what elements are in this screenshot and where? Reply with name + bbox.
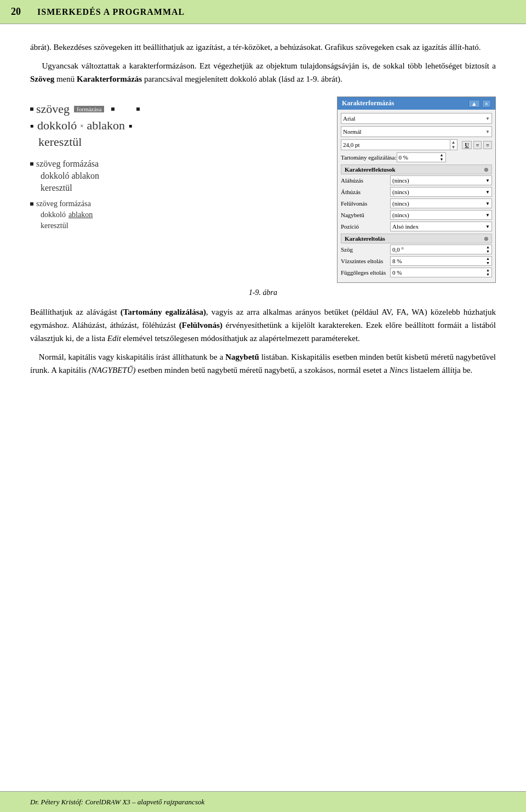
dialog-vizszintes-value: 8 % <box>392 258 402 264</box>
dialog-vizszintes-input[interactable]: 8 % ▲ ▼ <box>390 256 492 266</box>
demo-badge-formazasa: formázása <box>74 106 104 112</box>
dialog-fuggoleges-value: 0 % <box>392 269 402 276</box>
text-demo: szöveg formázása ■ dokkoló × ablakon ■ k… <box>30 96 326 238</box>
dialog-fuggoleges-row: Függőleges eltolás 0 % ▲ ▼ <box>341 268 492 277</box>
kerning-up[interactable]: ▲ <box>440 153 444 157</box>
dialog-kerning-input[interactable]: 0 % ▲ ▼ <box>397 152 446 162</box>
figure-caption: 1-9. ábra <box>30 288 496 297</box>
dialog-title: Karakterformázás <box>342 99 394 107</box>
vizszintes-down[interactable]: ▼ <box>486 261 490 265</box>
demo-row-2: ■ dokkoló × ablakon ■ <box>30 118 326 133</box>
figure-area: szöveg formázása ■ dokkoló × ablakon ■ k… <box>30 96 496 283</box>
demo-x-mark: × <box>80 122 83 129</box>
demo-row-1: szöveg formázása <box>30 102 326 116</box>
dialog-alahuzas-value: (nincs) <box>392 177 409 184</box>
footer-bar: Dr. Pétery Kristóf: CorelDRAW X3 – alapv… <box>0 791 526 812</box>
dialog-pozicio-row: Pozíció Alsó index ▼ <box>341 222 492 231</box>
dialog-titlebar-buttons[interactable]: ▲ × <box>468 100 491 107</box>
dialog-titlebar: Karakterformázás ▲ × <box>338 97 495 110</box>
dialog-szog-value: 0,0 ° <box>392 246 404 253</box>
demo-text-szoveg: szöveg <box>36 102 70 116</box>
body-p1: Beállíthatjuk az alávágást (Tartomány eg… <box>30 305 496 345</box>
dialog-pozicio-label: Pozíció <box>341 223 390 230</box>
dialog-eltolas-header: Karaktereltolás ⊗ <box>341 234 492 243</box>
header-bar: 20 ISMERKEDÉS A PROGRAMMAL <box>0 0 526 24</box>
dialog-font-value: Arial <box>343 115 356 122</box>
dialog-minimize-btn[interactable]: ▲ <box>468 100 480 107</box>
demo-s2-dokkolo: dokkoló ablakon <box>41 171 99 181</box>
page-number: 20 <box>11 6 21 18</box>
dialog-size-input[interactable]: 24,0 pt ▲ ▼ <box>341 139 458 150</box>
dialog-nagybetu-value: (nincs) <box>392 212 409 218</box>
demo-row-3: keresztül <box>30 135 326 149</box>
dialog-size-down[interactable]: ▼ <box>451 145 456 150</box>
dialog-style-row: Normál ▼ <box>341 126 492 137</box>
dialog-align-left-btn[interactable]: ≡ <box>473 141 482 149</box>
dialog-pozicio-value: Alsó index <box>392 223 419 230</box>
dialog-alahuzas-row: Aláhúzás (nincs) ▼ <box>341 175 492 185</box>
dialog-felulvonas-arrow: ▼ <box>485 201 490 206</box>
demo-s2-szoveg: szöveg formázása <box>36 159 99 169</box>
demo-row-s2-1: szöveg formázása <box>30 159 326 169</box>
italic-nincs: Nincs <box>390 366 408 374</box>
dialog-nagybetu-row: Nagybetű (nincs) ▼ <box>341 210 492 220</box>
italic-edit: Edit <box>107 334 121 343</box>
dialog-alahuzas-input[interactable]: (nincs) ▼ <box>390 175 492 185</box>
fuggoleges-up[interactable]: ▲ <box>486 268 490 272</box>
demo-bullet-small-2: ■ <box>129 123 132 129</box>
dialog-vizszintes-label: Vízszintes eltolás <box>341 258 390 264</box>
dialog-athuzas-arrow: ▼ <box>485 190 490 195</box>
dialog-szog-row: Szög 0,0 ° ▲ ▼ <box>341 245 492 254</box>
dialog-szog-input[interactable]: 0,0 ° ▲ ▼ <box>390 245 492 254</box>
dialog-size-spinners: ▲ ▼ <box>450 140 456 150</box>
dialog-font-arrow: ▼ <box>485 116 490 121</box>
demo-s3-szoveg: szöveg formázása <box>36 200 91 208</box>
demo-row-s3-1: szöveg formázása <box>30 200 326 208</box>
dialog-style-input[interactable]: Normál ▼ <box>341 126 492 137</box>
dialog-box: Karakterformázás ▲ × Arial ▼ Nor <box>337 96 496 283</box>
fuggoleges-down[interactable]: ▼ <box>486 272 490 277</box>
vizszintes-up[interactable]: ▲ <box>486 257 490 261</box>
dialog-style-value: Normál <box>343 128 362 135</box>
dialog-body: Arial ▼ Normál ▼ 24,0 pt <box>338 110 495 282</box>
dialog-close-btn[interactable]: × <box>482 100 491 107</box>
dialog-felulvonas-input[interactable]: (nincs) ▼ <box>390 198 492 208</box>
dialog-font-input[interactable]: Arial ▼ <box>341 113 492 124</box>
demo-text-ablakon: ablakon <box>87 118 125 133</box>
dialog-kerning-value: 0 % <box>399 154 408 161</box>
dialog-format-buttons: U ≡ ≡ <box>462 141 492 149</box>
italic-nagybetu: (NAGYBETŰ) <box>89 366 136 374</box>
dialog-size-up[interactable]: ▲ <box>451 140 456 145</box>
dialog-style-arrow: ▼ <box>485 129 490 134</box>
dialog-align-right-btn[interactable]: ≡ <box>483 141 492 149</box>
dialog-pozicio-input[interactable]: Alsó index ▼ <box>390 222 492 231</box>
demo-section-2: szöveg formázása dokkoló ablakon kereszt… <box>30 159 326 193</box>
demo-section-1: szöveg formázása ■ dokkoló × ablakon ■ k… <box>30 102 326 149</box>
dialog-athuzas-input[interactable]: (nincs) ▼ <box>390 187 492 197</box>
demo-row-s2-2: dokkoló ablakon <box>30 171 326 181</box>
body-p2: Normál, kapitális vagy kiskapitális írás… <box>30 350 496 377</box>
dialog-alahuzas-arrow: ▼ <box>485 178 490 183</box>
dialog-fuggoleges-label: Függőleges eltolás <box>341 269 390 276</box>
szog-down[interactable]: ▼ <box>486 249 490 254</box>
kerning-down[interactable]: ▼ <box>440 157 444 162</box>
dialog-nagybetu-label: Nagybetű <box>341 212 390 218</box>
demo-bullet-small-1: ■ <box>30 123 33 129</box>
dialog-athuzas-row: Áthúzás (nincs) ▼ <box>341 187 492 197</box>
demo-s2-keresztul: keresztül <box>41 183 72 193</box>
demo-s3-dokkolo: dokkoló <box>41 211 66 219</box>
dialog-eltolas-title: Karaktereltolás <box>345 235 385 242</box>
dialog-kerning-row: Tartomány egalizálása: 0 % ▲ ▼ <box>341 152 492 162</box>
dialog-effects-header: Karaktereffektusok ⊗ <box>341 164 492 174</box>
dialog-eltolas-expand[interactable]: ⊗ <box>484 236 488 242</box>
dialog-underline-btn[interactable]: U <box>462 141 471 149</box>
bold-felulvonas: Felülvonás <box>182 321 220 330</box>
szog-up[interactable]: ▲ <box>486 245 490 249</box>
dialog-kerning-label: Tartomány egalizálása: <box>341 154 397 161</box>
dialog-effects-title: Karaktereffektusok <box>345 166 396 173</box>
dialog-fuggoleges-input[interactable]: 0 % ▲ ▼ <box>390 268 492 277</box>
dialog-athuzas-value: (nincs) <box>392 189 409 195</box>
dialog-effects-expand[interactable]: ⊗ <box>484 167 488 173</box>
dialog-nagybetu-input[interactable]: (nincs) ▼ <box>390 210 492 220</box>
dialog-font-row: Arial ▼ <box>341 113 492 124</box>
